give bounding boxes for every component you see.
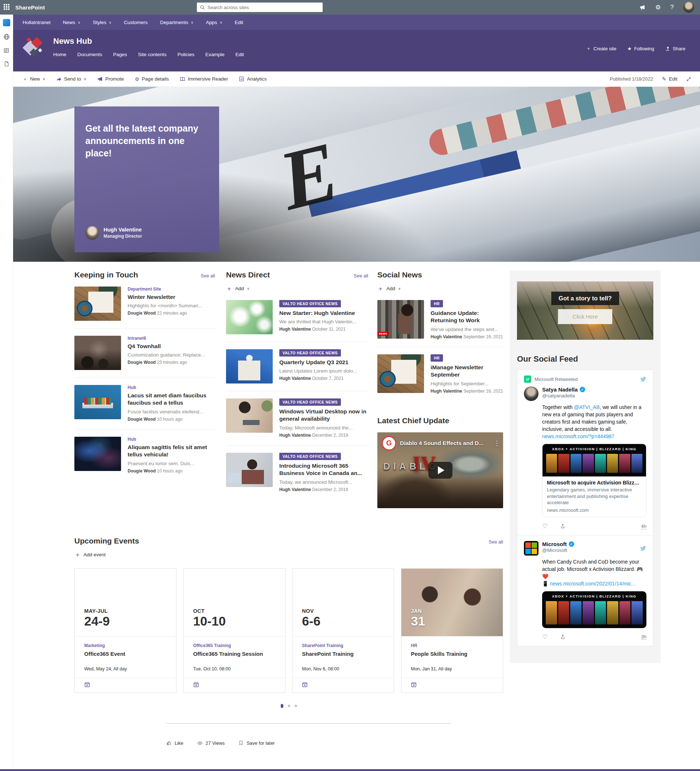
globe-icon[interactable] [3,34,10,40]
see-all-link[interactable]: See all [200,273,215,278]
search-input[interactable] [207,5,320,10]
nav-apps[interactable]: Apps∨ [206,20,222,25]
site-nav-policies[interactable]: Policies [177,52,195,57]
event-card[interactable]: JAN 31 HR People Skills Training Mon, Ja… [401,568,503,693]
article-title[interactable]: Aliquam sagittis felis sit amet tellus v… [128,444,215,459]
news-item[interactable]: Hub Aliquam sagittis felis sit amet tell… [74,429,215,481]
see-all-link[interactable]: See all [354,273,368,278]
megaphone-icon[interactable] [640,4,646,11]
settings-gear-icon[interactable]: ⚙ [655,4,661,11]
tweet-timestamp[interactable]: 4h [641,524,646,529]
tweet-media[interactable]: XBOX + ACTIVISION | BLIZZARD | KING [542,591,646,628]
event-title[interactable]: Office365 Event [84,651,167,657]
help-icon[interactable]: ? [671,4,674,11]
app-launcher-icon[interactable] [4,4,10,11]
article-title[interactable]: Introducing Microsoft 365 Business Voice… [279,462,368,477]
create-site-button[interactable]: ＋Create site [586,45,617,52]
add-to-calendar-icon[interactable] [302,682,308,688]
tweet-url-link[interactable]: 📱 news.microsoft.com/2022/01/14/mic... [542,581,635,587]
site-title[interactable]: News Hub [53,36,244,46]
news-item[interactable]: Department Site Winter Newsletter Highli… [74,279,215,328]
site-nav-edit[interactable]: Edit [236,52,244,57]
event-title[interactable]: SharePoint Training [302,651,384,657]
page-details-button[interactable]: ⚙ Page details [135,76,169,82]
edit-page-button[interactable]: ✎Edit [662,76,677,82]
send-to-button[interactable]: Send to∨ [56,76,86,82]
carousel-dot[interactable] [295,705,297,707]
article-title[interactable]: Guidance Update: Returning to Work [431,309,503,324]
news-badge-icon[interactable] [3,47,10,54]
nav-departments[interactable]: Departments∨ [160,20,194,25]
article-category[interactable]: Hub [128,385,215,390]
article-title[interactable]: Winter Newsletter [128,293,202,301]
news-item[interactable]: VALTO HEAD OFFICE NEWS Quarterly Update … [226,342,368,391]
add-news-button[interactable]: ＋Add∨ [226,284,368,293]
like-heart-icon[interactable]: ♡ [542,522,548,530]
nav-news[interactable]: News∨ [63,20,81,25]
share-export-icon[interactable] [560,524,565,529]
carousel-dot[interactable] [288,705,290,707]
site-nav-pages[interactable]: Pages [113,52,127,57]
video-player[interactable]: IV DIABLO G Diablo 4 Sound Effects and D… [377,432,503,508]
mention-link[interactable]: @ATVI_AB [574,404,600,410]
article-category[interactable]: Intranet6 [128,336,205,341]
nav-edit[interactable]: Edit [235,20,243,25]
immersive-reader-button[interactable]: Immersive Reader [180,76,228,82]
news-item[interactable]: VALTO HEAD OFFICE NEWS Windows Virtual D… [226,391,368,445]
add-to-calendar-icon[interactable] [84,682,90,688]
news-item[interactable]: HR iManage Newsletter September Highligh… [377,346,503,401]
twitter-bird-icon[interactable] [640,541,646,556]
news-item[interactable]: VALTO HEAD OFFICE NEWS New Starter: Hugh… [226,293,368,342]
story-banner[interactable]: Got a story to tell? Click Here [517,281,653,340]
search-box[interactable] [197,3,323,12]
twitter-bird-icon[interactable] [640,376,646,382]
add-news-button[interactable]: ＋Add∨ [377,284,503,293]
story-click-here-button[interactable]: Click Here [558,309,612,324]
news-item[interactable]: Intranet6 Q4 Townhall Customization guid… [74,328,215,377]
site-nav-example[interactable]: Example [205,52,225,57]
new-button[interactable]: ＋New∨ [23,76,45,82]
analytics-button[interactable]: Analytics [239,76,267,82]
add-to-calendar-icon[interactable] [411,682,417,688]
tweet-url-link[interactable]: news.microsoft.com/?p=444987 [542,433,614,439]
sharepoint-brand[interactable]: SharePoint [15,4,45,11]
nav-hollaintranet[interactable]: HollaIntranet [23,20,50,25]
article-title[interactable]: New Starter: Hugh Valentine [279,309,357,317]
add-event-button[interactable]: ＋Add event [74,550,503,559]
kebab-menu-icon[interactable]: ⋮ [494,439,500,447]
article-category[interactable]: Hub [128,437,215,442]
event-card[interactable]: OCT 10-10 Office365 Training Office365 T… [183,568,285,693]
tweet-link-card[interactable]: XBOX + ACTIVISION | BLIZZARD | KING Micr… [542,444,646,517]
tweet-author-handle[interactable]: @satyanadella [542,393,646,399]
news-item[interactable]: Hub Lacus sit amet diam faucibus faucibu… [74,377,215,429]
event-title[interactable]: Office365 Training Session [193,651,276,657]
hero-announcement-card[interactable]: Get all the latest company announcements… [74,106,219,252]
news-item[interactable]: VALTO HEAD OFFICE NEWS Introducing Micro… [226,445,368,499]
like-button[interactable]: Like [166,740,183,746]
article-category[interactable]: Department Site [128,286,202,292]
site-nav-documents[interactable]: Documents [77,52,102,57]
tweet-author-avatar[interactable] [524,386,539,401]
promote-button[interactable]: Promote [97,76,124,82]
tweet[interactable]: ⇄ Microsoft Retweeted Satya Nadella✓ @sa… [517,370,653,535]
video-title[interactable]: Diablo 4 Sound Effects and D... [400,440,490,447]
microsoft-logo-avatar[interactable] [524,541,539,556]
play-button[interactable] [428,462,453,479]
share-button[interactable]: Share [665,45,685,52]
tweet[interactable]: Microsoft✓ @Microsoft When Candy Crush a… [517,535,653,646]
article-title[interactable]: Q4 Townhall [128,343,205,350]
nav-styles[interactable]: Styles∨ [93,20,112,25]
tweet-timestamp[interactable]: 3h [641,634,646,640]
add-to-calendar-icon[interactable] [193,682,199,688]
event-card[interactable]: MAY-JUL 24-9 Marketing Office365 Event W… [74,568,176,693]
following-button[interactable]: ★Following [627,45,654,52]
article-title[interactable]: Quarterly Update Q3 2021 [279,359,357,366]
see-all-link[interactable]: See all [488,539,503,545]
share-export-icon[interactable] [560,634,565,640]
expand-page-button[interactable] [686,76,691,82]
sharepoint-app-icon[interactable] [3,19,10,26]
article-title[interactable]: iManage Newsletter September [431,364,503,379]
tweet-author-name[interactable]: Satya Nadella [542,386,578,393]
site-nav-home[interactable]: Home [53,52,66,57]
like-heart-icon[interactable]: ♡ [542,633,548,641]
